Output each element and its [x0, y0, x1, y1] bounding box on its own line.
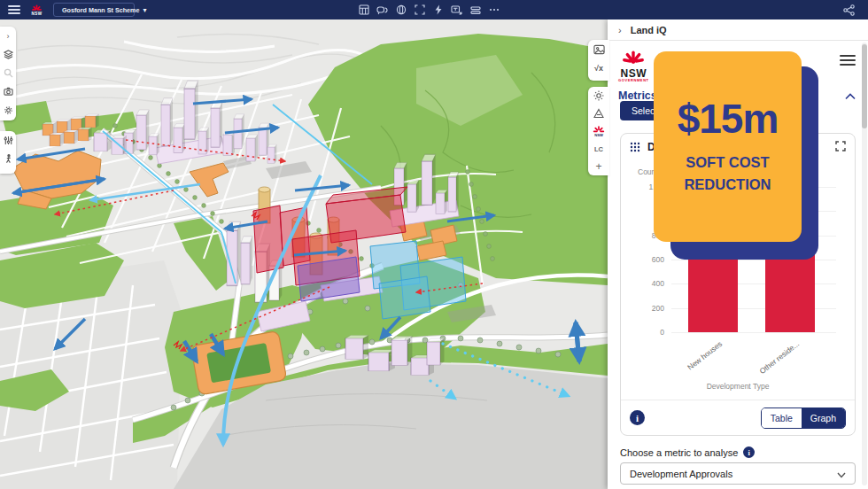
map-canvas[interactable] [0, 19, 608, 489]
layout-rows-icon[interactable] [469, 4, 481, 16]
share-icon[interactable] [843, 4, 856, 16]
chevron-up-icon[interactable] [845, 88, 856, 104]
info-icon[interactable]: i [630, 410, 645, 425]
toggle-table[interactable]: Table [762, 408, 802, 428]
panel-header: › Land iQ [608, 19, 868, 41]
info-icon[interactable]: i [743, 446, 755, 458]
fullscreen-icon[interactable] [835, 139, 846, 155]
formula-label: √x [594, 64, 603, 73]
overlay-headline: $15m [678, 98, 779, 139]
more-ellipsis-icon[interactable] [488, 4, 500, 16]
search-icon[interactable] [0, 64, 16, 82]
add-layer-button[interactable]: + [588, 158, 609, 175]
add-label: + [595, 160, 601, 173]
map-tools-right-2: NSW LC + [588, 87, 609, 175]
chevron-down-icon: ▾ [143, 6, 146, 14]
chevron-down-icon [837, 466, 846, 482]
panel-menu-icon[interactable] [840, 55, 856, 66]
panel-title: Land iQ [631, 25, 667, 35]
settings-gear-icon[interactable] [0, 101, 16, 120]
map-tools-right-1: √x [588, 40, 609, 81]
basemap-image-icon[interactable] [588, 40, 609, 58]
camera-icon[interactable] [0, 82, 16, 101]
menu-icon[interactable] [8, 5, 20, 14]
panel-collapse-chevron-icon[interactable]: › [618, 25, 622, 35]
overlay-line2: REDUCTION [684, 176, 771, 192]
map-tools-left-2 [0, 131, 16, 174]
selection-icon[interactable] [414, 4, 425, 16]
svg-text:NSW: NSW [594, 133, 603, 137]
collapse-chevron-icon[interactable]: › [0, 27, 16, 45]
table-graph-toggle: Table Graph [761, 408, 846, 429]
pedestrian-icon[interactable] [0, 150, 16, 168]
soft-cost-overlay-card: $15m SOFT COST REDUCTION [654, 51, 802, 242]
formula-icon[interactable]: √x [588, 58, 609, 77]
top-toolbar [358, 0, 500, 19]
panel-scrollbar-thumb[interactable] [862, 44, 867, 128]
nsw-layer-icon[interactable]: NSW [588, 122, 609, 140]
lightning-icon[interactable] [432, 4, 444, 16]
nsw-logo-text: NSW [32, 12, 43, 17]
scheme-selector[interactable]: Gosford Mann St Scheme ▾ [53, 3, 135, 17]
widget-footer: i Table Graph [621, 400, 855, 435]
drag-handle-icon[interactable] [630, 142, 640, 152]
map-tools-left: › [0, 27, 16, 120]
overlay-subtitle: SOFT COST REDUCTION [684, 151, 771, 196]
nsw-logo: NSW [31, 3, 43, 17]
landcover-label: LC [594, 145, 603, 153]
metric-chooser-label-row: Choose a metric to analyse i [620, 446, 755, 458]
metrics-title: Metrics [618, 89, 657, 102]
nsw-government-logo: NSW GOVERNMENT [618, 48, 649, 82]
metric-select-value: Development Approvals [630, 469, 732, 479]
table-icon[interactable] [358, 4, 369, 16]
compass-icon[interactable] [395, 4, 407, 16]
metric-chooser-label: Choose a metric to analyse [620, 447, 738, 458]
nsw-logo-caption: GOVERNMENT [618, 79, 649, 82]
app-window: › √x [0, 0, 868, 489]
toggle-graph[interactable]: Graph [802, 408, 845, 428]
draw-triangle-icon[interactable] [588, 105, 609, 122]
brightness-sun-icon[interactable] [588, 87, 609, 105]
landcover-button[interactable]: LC [588, 140, 609, 158]
layers-icon[interactable] [0, 45, 16, 64]
filters-sliders-icon[interactable] [0, 131, 16, 150]
overlay-line1: SOFT COST [686, 154, 769, 170]
top-bar: NSW Gosford Mann St Scheme ▾ [0, 0, 868, 19]
metric-select-dropdown[interactable]: Development Approvals [620, 462, 856, 485]
scheme-selector-value: Gosford Mann St Scheme [62, 6, 139, 14]
collaborate-icon[interactable] [376, 4, 388, 16]
text-tool-icon[interactable] [451, 4, 462, 16]
